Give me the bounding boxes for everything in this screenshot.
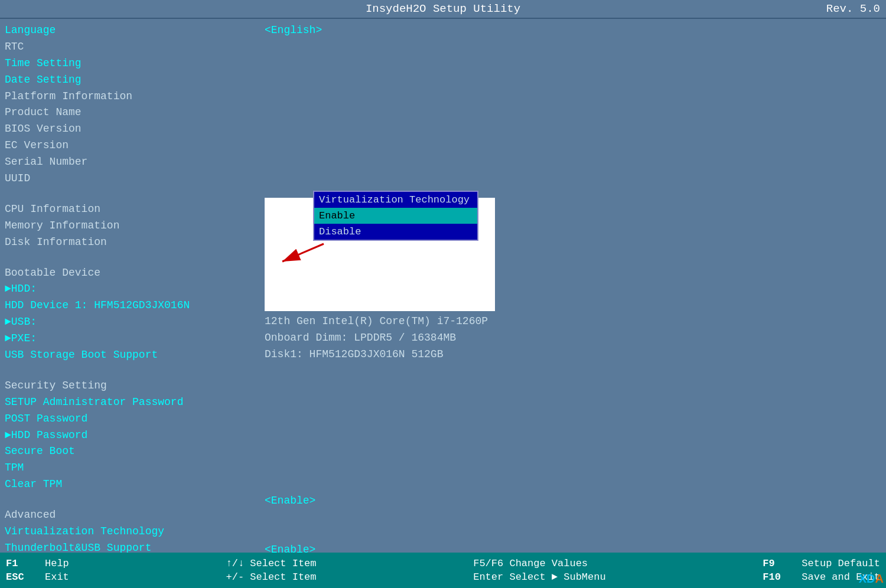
- footer-f9-key: F9: [763, 558, 792, 569]
- svg-line-1: [282, 244, 324, 262]
- value-product: [265, 104, 881, 121]
- dropdown-title: Virtualization Technology: [314, 192, 477, 208]
- menu-hdd-password[interactable]: ►HDD Password: [5, 427, 265, 444]
- menu-uuid: UUID: [5, 171, 265, 187]
- value-serial: [265, 154, 881, 171]
- footer-right: F5/F6 Change Values Enter Select ► SubMe…: [473, 558, 605, 583]
- footer-enter: Enter Select ► SubMenu: [473, 571, 605, 583]
- footer-f10-key: F10: [763, 571, 792, 583]
- footer-f9-desc: Setup Default: [802, 558, 880, 569]
- footer-updown-label: ↑/↓ Select Item: [226, 558, 317, 569]
- value-bios: [265, 121, 881, 138]
- menu-secure-boot[interactable]: Secure Boot: [5, 443, 265, 460]
- menu-bootable-device: Bootable Device: [5, 265, 265, 282]
- footer-f5f6: F5/F6 Change Values: [473, 558, 605, 569]
- menu-ec-version: EC Version: [5, 138, 265, 154]
- left-menu: Language RTC Time Setting Date Setting P…: [5, 22, 265, 548]
- header-bar: InsydeH2O Setup Utility: [0, 0, 886, 19]
- dropdown-option-disable[interactable]: Disable: [314, 224, 477, 240]
- footer-content: F1 Help ESC Exit ↑/↓ Select Item +/- Sel…: [0, 553, 886, 588]
- footer-updown: ↑/↓ Select Item: [226, 558, 317, 569]
- value-usb: [265, 509, 881, 525]
- footer-left: F1 Help ESC Exit: [6, 558, 69, 583]
- value-disk: Disk1: HFM512GD3JX016N 512GB: [265, 347, 881, 363]
- menu-cpu-info: CPU Information: [5, 201, 265, 218]
- footer-mid: ↑/↓ Select Item +/- Select Item: [226, 558, 317, 583]
- menu-language[interactable]: Language: [5, 22, 265, 39]
- footer-enter-label: Enter Select ► SubMenu: [473, 571, 605, 583]
- footer-f1-desc: Help: [45, 558, 69, 569]
- spacer-2: [5, 251, 265, 265]
- menu-disk-info: Disk Information: [5, 234, 265, 251]
- value-ec: [265, 138, 881, 154]
- menu-advanced: Advanced: [5, 507, 265, 524]
- menu-post-password[interactable]: POST Password: [5, 411, 265, 427]
- menu-bios-version: BIOS Version: [5, 121, 265, 138]
- footer-f1: F1 Help: [6, 558, 69, 569]
- menu-platform-info: Platform Information: [5, 89, 265, 105]
- menu-hdd[interactable]: ►HDD:: [5, 281, 265, 298]
- footer-bar: F1 Help ESC Exit ↑/↓ Select Item +/- Sel…: [0, 553, 886, 588]
- menu-serial-number: Serial Number: [5, 154, 265, 171]
- value-language: <English>: [265, 22, 881, 39]
- menu-tpm[interactable]: TPM: [5, 460, 265, 476]
- spacer-3: [5, 364, 265, 378]
- main-content: Language RTC Time Setting Date Setting P…: [0, 19, 886, 551]
- menu-date-setting[interactable]: Date Setting: [5, 72, 265, 89]
- menu-security-setting: Security Setting: [5, 378, 265, 394]
- xda-watermark: XDA: [859, 572, 884, 586]
- menu-memory-info: Memory Information: [5, 218, 265, 234]
- footer-plusminus: +/- Select Item: [226, 571, 317, 583]
- menu-product-name: Product Name: [5, 104, 265, 121]
- footer-esc-desc: Exit: [45, 571, 69, 583]
- footer-plusminus-label: +/- Select Item: [226, 571, 317, 583]
- value-memory: Onboard Dimm: LPDDR5 / 16384MB: [265, 330, 881, 347]
- value-pxe: [265, 525, 881, 542]
- footer-esc: ESC Exit: [6, 571, 69, 583]
- dropdown-option-enable[interactable]: Enable: [314, 208, 477, 224]
- footer-f9: F9 Setup Default: [763, 558, 880, 569]
- right-values: <English> 12th Gen Intel(R) Core(TM) i7-…: [265, 22, 881, 548]
- value-platform: [265, 89, 881, 105]
- value-hdd-device1: <Enable>: [265, 493, 881, 509]
- menu-time-setting[interactable]: Time Setting: [5, 55, 265, 72]
- spacer-1: [5, 187, 265, 201]
- value-spacer-bootable: [265, 363, 881, 493]
- menu-hdd-device1[interactable]: HDD Device 1: HFM512GD3JX016N: [5, 298, 265, 314]
- menu-usb-boot-support[interactable]: USB Storage Boot Support: [5, 347, 265, 364]
- menu-rtc[interactable]: RTC: [5, 39, 265, 55]
- header-title: InsydeH2O Setup Utility: [366, 2, 520, 15]
- menu-setup-admin-password[interactable]: SETUP Administrator Password: [5, 394, 265, 411]
- value-uuid: [265, 171, 881, 187]
- xda-x: X: [859, 572, 867, 585]
- menu-usb[interactable]: ►USB:: [5, 314, 265, 331]
- red-arrow-indicator: [265, 238, 335, 276]
- menu-virt-tech[interactable]: Virtualization Technology: [5, 524, 265, 540]
- xda-d: D: [867, 572, 875, 585]
- revision-label: Rev. 5.0: [826, 2, 880, 15]
- footer-f1-key: F1: [6, 558, 35, 569]
- menu-clear-tpm[interactable]: Clear TPM: [5, 476, 265, 493]
- spacer-4: [5, 493, 265, 507]
- value-rtc: [265, 39, 881, 55]
- menu-pxe[interactable]: ►PXE:: [5, 331, 265, 347]
- value-date: [265, 72, 881, 89]
- footer-f5f6-label: F5/F6 Change Values: [473, 558, 588, 569]
- dropdown-popup: Virtualization Technology Enable Disable: [313, 191, 478, 241]
- value-time: [265, 55, 881, 72]
- xda-a: A: [875, 572, 884, 585]
- footer-esc-key: ESC: [6, 571, 35, 583]
- value-cpu: 12th Gen Intel(R) Core(TM) i7-1260P: [265, 313, 881, 330]
